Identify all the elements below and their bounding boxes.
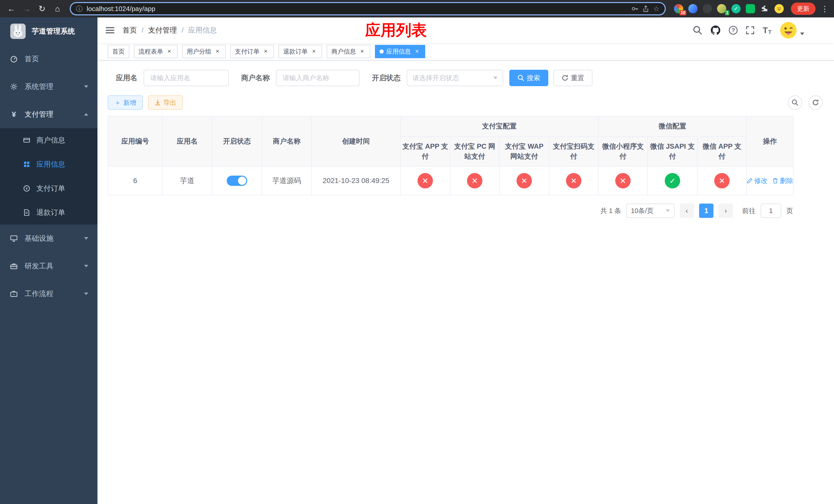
close-icon[interactable]: × bbox=[413, 48, 421, 55]
bookmark-star-icon[interactable]: ☆ bbox=[653, 5, 660, 13]
total-count: 共 1 条 bbox=[600, 206, 621, 215]
sidebar-item-label: 支付订单 bbox=[37, 184, 65, 193]
sidebar-item-app-info[interactable]: 应用信息 bbox=[0, 152, 97, 176]
search-icon[interactable] bbox=[693, 26, 702, 35]
col-app-id: 应用编号 bbox=[108, 116, 162, 166]
address-bar[interactable]: ⓘ localhost:1024/pay/app ☆ bbox=[70, 2, 666, 15]
github-icon[interactable] bbox=[710, 25, 721, 36]
tab-process-form[interactable]: 流程表单 × bbox=[134, 45, 177, 58]
browser-menu-icon[interactable]: ⋮ bbox=[820, 4, 830, 13]
sidebar-item-refund-orders[interactable]: 退款订单 bbox=[0, 201, 97, 225]
screen: ← → ↻ ⌂ ⓘ localhost:1024/pay/app ☆ 10 1 bbox=[0, 0, 834, 504]
wechat-app-status-icon: ✕ bbox=[714, 173, 730, 188]
grid-icon bbox=[23, 161, 31, 168]
tags-view: 首页 流程表单 × 用户分组 × 支付订单 × 退款订单 × 商户信息 × bbox=[97, 43, 834, 61]
fullscreen-icon[interactable] bbox=[746, 26, 754, 35]
font-size-icon[interactable]: TT bbox=[763, 26, 771, 35]
alipay-qr-status-icon: ✕ bbox=[566, 173, 581, 188]
password-key-icon[interactable] bbox=[631, 5, 638, 12]
refresh-table-button[interactable] bbox=[808, 95, 823, 110]
extension-icon-4[interactable]: 1 bbox=[717, 4, 726, 13]
tab-app-info[interactable]: 应用信息 × bbox=[375, 45, 425, 58]
breadcrumb-current: 应用信息 bbox=[188, 25, 217, 35]
page-content: 应用名 商户名称 开启状态 请选择开启状态 搜索 bbox=[97, 61, 834, 218]
app-logo bbox=[10, 24, 26, 39]
sidebar-item-merchant-info[interactable]: 商户信息 bbox=[0, 128, 97, 152]
cell-app-name: 芋道 bbox=[162, 166, 212, 195]
tab-home[interactable]: 首页 bbox=[108, 45, 129, 58]
page-1-button[interactable]: 1 bbox=[699, 204, 714, 218]
sidebar-item-payment-orders[interactable]: ¥ 支付订单 bbox=[0, 176, 97, 201]
tab-user-group[interactable]: 用户分组 × bbox=[182, 45, 226, 58]
col-created: 创建时间 bbox=[312, 116, 400, 166]
credit-card-icon bbox=[23, 137, 31, 144]
app-name-input[interactable] bbox=[144, 70, 229, 86]
close-icon[interactable]: × bbox=[358, 48, 366, 55]
document-icon bbox=[23, 209, 31, 216]
emoji-extension-icon[interactable] bbox=[774, 4, 784, 13]
site-info-icon[interactable]: ⓘ bbox=[76, 4, 83, 13]
breadcrumb-home[interactable]: 首页 bbox=[123, 25, 137, 35]
extension-icon-2[interactable] bbox=[688, 4, 698, 13]
forward-icon[interactable]: → bbox=[20, 2, 34, 16]
export-button[interactable]: 导出 bbox=[148, 95, 183, 110]
delete-link[interactable]: 删除 bbox=[772, 176, 793, 185]
goto-label: 前往 bbox=[742, 206, 755, 215]
extension-icon-3[interactable] bbox=[703, 4, 712, 13]
merchant-name-input[interactable] bbox=[276, 70, 359, 86]
svg-text:¥: ¥ bbox=[25, 186, 28, 190]
sidebar-item-home[interactable]: 首页 bbox=[0, 45, 97, 73]
browser-update-button[interactable]: 更新 bbox=[791, 3, 815, 15]
chevron-down-icon bbox=[800, 32, 804, 35]
app-logo-row[interactable]: 芋道管理系统 bbox=[0, 18, 97, 45]
wechat-jsapi-status-icon: ✓ bbox=[665, 173, 680, 188]
merchant-name-label: 商户名称 bbox=[241, 73, 270, 83]
extension-icon-5[interactable]: ✓ bbox=[731, 4, 741, 13]
sidebar-item-infrastructure[interactable]: 基础设施 bbox=[0, 225, 97, 252]
sidebar-item-workflow[interactable]: 工作流程 bbox=[0, 280, 97, 307]
extension-icon-1[interactable]: 10 bbox=[674, 4, 683, 13]
extension-badge: 1 bbox=[725, 10, 729, 15]
filter-form: 应用名 商户名称 开启状态 请选择开启状态 搜索 bbox=[116, 70, 824, 86]
reset-button[interactable]: 重置 bbox=[553, 70, 592, 86]
tab-refund-orders[interactable]: 退款订单 × bbox=[279, 45, 322, 58]
sidebar-item-system[interactable]: 系统管理 bbox=[0, 73, 97, 100]
page-size-select[interactable]: 10条/页 bbox=[626, 204, 675, 218]
tab-payment-orders[interactable]: 支付订单 × bbox=[230, 45, 274, 58]
close-icon[interactable]: × bbox=[262, 48, 269, 55]
status-select[interactable]: 请选择开启状态 bbox=[407, 70, 503, 86]
breadcrumb-payment[interactable]: 支付管理 bbox=[148, 25, 177, 35]
extensions-puzzle-icon[interactable] bbox=[760, 4, 769, 13]
edit-link[interactable]: 修改 bbox=[747, 176, 768, 185]
sidebar-toggle-icon[interactable] bbox=[97, 27, 123, 33]
coin-yen-icon: ¥ bbox=[23, 185, 31, 192]
sidebar-item-label: 工作流程 bbox=[25, 289, 53, 299]
back-icon[interactable]: ← bbox=[4, 2, 19, 16]
app-enabled-toggle[interactable] bbox=[227, 176, 247, 186]
alipay-wap-status-icon: ✕ bbox=[517, 173, 532, 188]
col-actions: 操作 bbox=[747, 116, 793, 166]
sidebar-item-payment[interactable]: ¥ 支付管理 bbox=[0, 100, 97, 128]
close-icon[interactable]: × bbox=[166, 48, 173, 55]
user-avatar[interactable] bbox=[780, 22, 804, 39]
col-merchant: 商户名称 bbox=[262, 116, 312, 166]
goto-page-input[interactable] bbox=[761, 204, 781, 218]
sidebar-item-dev-tools[interactable]: 研发工具 bbox=[0, 252, 97, 280]
reload-icon[interactable]: ↻ bbox=[35, 2, 49, 16]
close-icon[interactable]: × bbox=[310, 48, 317, 55]
next-page-button[interactable]: › bbox=[719, 204, 733, 218]
sidebar-item-label: 退款订单 bbox=[37, 208, 65, 217]
extension-icon-6[interactable] bbox=[746, 4, 755, 13]
search-button[interactable]: 搜索 bbox=[509, 70, 548, 86]
add-button[interactable]: ＋ 新增 bbox=[108, 95, 143, 110]
home-icon[interactable]: ⌂ bbox=[50, 2, 65, 16]
close-icon[interactable]: × bbox=[214, 48, 221, 55]
prev-page-button[interactable]: ‹ bbox=[680, 204, 694, 218]
payment-submenu: 商户信息 应用信息 ¥ 支付订单 bbox=[0, 128, 97, 225]
share-icon[interactable] bbox=[642, 5, 649, 12]
toggle-search-button[interactable] bbox=[788, 95, 802, 110]
url-text[interactable]: localhost:1024/pay/app bbox=[87, 5, 155, 13]
tab-merchant-info[interactable]: 商户信息 × bbox=[327, 45, 370, 58]
help-icon[interactable]: ? bbox=[729, 26, 738, 35]
table-toolbar: ＋ 新增 导出 bbox=[108, 95, 824, 110]
